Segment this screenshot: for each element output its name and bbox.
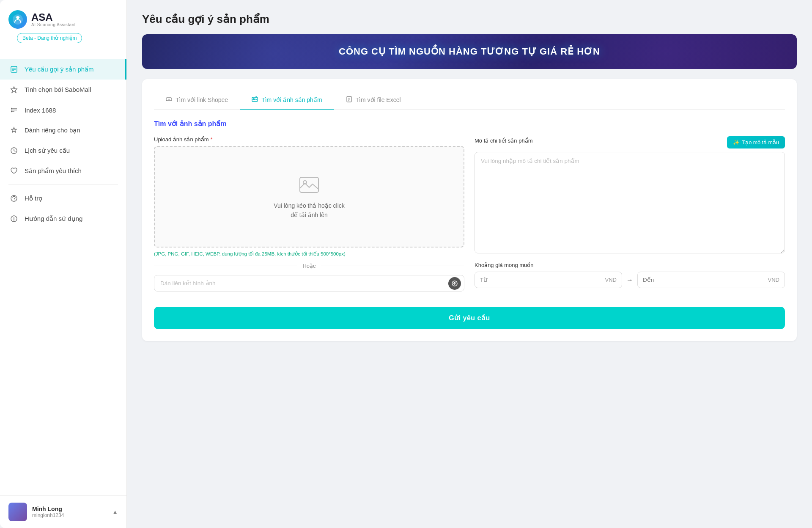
lich-su-icon — [9, 146, 19, 155]
logo-icon — [8, 10, 27, 29]
upload-label: Upload ảnh sản phẩm * — [154, 136, 464, 143]
sidebar-item-lich-su[interactable]: Lịch sử yêu cầu — [0, 140, 126, 161]
main-content: Yêu cầu gợi ý sản phẩm CÔNG CỤ TÌM NGUỒN… — [127, 0, 812, 528]
sidebar-label-lich-su: Lịch sử yêu cầu — [25, 147, 70, 154]
ho-tro-icon — [9, 194, 19, 203]
svg-marker-8 — [11, 87, 17, 93]
tabs: Tìm với link Shopee Tìm với ảnh sản phẩm — [154, 91, 785, 110]
svg-point-19 — [14, 217, 14, 218]
svg-point-3 — [19, 18, 20, 19]
tab-label-anh-san-pham: Tìm với ảnh sản phẩm — [261, 96, 322, 103]
link-shopee-tab-icon — [166, 96, 172, 104]
description-column: Mô tả chi tiết sản phẩm ✨ Tạo mô tả mẫu … — [475, 136, 785, 292]
sidebar-label-tinh-chon: Tinh chọn bởi SaboMall — [25, 86, 91, 94]
sidebar-label-danh-rieng: Dành riêng cho bạn — [25, 126, 80, 134]
tab-link-shopee[interactable]: Tìm với link Shopee — [154, 91, 240, 110]
svg-point-2 — [16, 18, 17, 19]
app-name: ASA — [31, 12, 76, 22]
tab-file-excel[interactable]: Tìm với file Excel — [334, 91, 413, 110]
sidebar-item-san-pham-yeu-thich[interactable]: Sản phẩm yêu thích — [0, 161, 126, 181]
price-to-input[interactable] — [643, 272, 768, 288]
logo-area: ASA AI Sourcing Assistant — [0, 0, 126, 33]
description-textarea[interactable] — [475, 152, 785, 253]
sidebar-label-yeu-thich: Sản phẩm yêu thích — [25, 167, 82, 175]
yeu-thich-icon — [9, 166, 19, 176]
tab-label-file-excel: Tìm với file Excel — [356, 96, 401, 103]
page-title: Yêu cầu gợi ý sản phẩm — [142, 13, 797, 26]
svg-point-17 — [14, 200, 15, 201]
form-row: Upload ảnh sản phẩm * Vui lòng kéo thả h… — [154, 136, 785, 292]
upload-drag-text: Vui lòng kéo thả hoặc click để tải ảnh l… — [274, 201, 345, 220]
url-submit-button[interactable] — [448, 277, 461, 290]
desc-header: Mô tả chi tiết sản phẩm ✨ Tạo mô tả mẫu — [475, 136, 785, 148]
sidebar-label-yeu-cau: Yêu cầu gợi ý sản phẩm — [25, 66, 94, 73]
submit-button[interactable]: Gửi yêu cầu — [154, 307, 785, 329]
url-input-wrapper — [154, 275, 464, 292]
logo-text: ASA AI Sourcing Assistant — [31, 12, 76, 27]
sidebar-nav: Yêu cầu gợi ý sản phẩm Tinh chọn bởi Sab… — [0, 56, 126, 495]
price-from-unit: VND — [605, 277, 617, 283]
beta-badge: Beta - Đang thử nghiệm — [17, 33, 82, 43]
price-label: Khoảng giá mong muốn — [475, 262, 785, 268]
sidebar-item-huong-dan[interactable]: Hướng dẫn sử dụng — [0, 209, 126, 229]
section-title: Tìm với ảnh sản phẩm — [154, 120, 785, 128]
chevron-up-icon[interactable]: ▲ — [112, 509, 118, 515]
tab-anh-san-pham[interactable]: Tìm với ảnh sản phẩm — [240, 91, 334, 110]
url-input[interactable] — [154, 275, 464, 292]
upload-column: Upload ảnh sản phẩm * Vui lòng kéo thả h… — [154, 136, 464, 292]
ai-gen-icon: ✨ — [733, 139, 740, 146]
price-from-wrapper: VND — [475, 272, 622, 288]
yeu-cau-icon — [9, 65, 19, 74]
svg-point-14 — [11, 111, 12, 112]
price-from-input[interactable] — [480, 272, 605, 288]
price-arrow-icon: → — [626, 276, 633, 284]
huong-dan-icon — [9, 214, 19, 223]
desc-label: Mô tả chi tiết sản phẩm — [475, 138, 532, 144]
ai-generate-button[interactable]: ✨ Tạo mô tả mẫu — [727, 136, 785, 148]
sidebar-item-danh-rieng[interactable]: Dành riêng cho bạn — [0, 120, 126, 140]
price-to-wrapper: VND — [637, 272, 785, 288]
anh-san-pham-tab-icon — [252, 96, 258, 104]
sidebar-label-huong-dan: Hướng dẫn sử dụng — [25, 215, 82, 223]
banner-text: CÔNG CỤ TÌM NGUỒN HÀNG TƯƠNG TỰ GIÁ RẺ H… — [339, 46, 600, 57]
sidebar-item-index-1688[interactable]: Index 1688 — [0, 100, 126, 120]
sidebar-label-ho-tro: Hỗ trợ — [25, 195, 42, 202]
sidebar: ASA AI Sourcing Assistant Beta - Đang th… — [0, 0, 127, 528]
user-id: minglonh1234 — [32, 512, 107, 518]
banner: CÔNG CỤ TÌM NGUỒN HÀNG TƯƠNG TỰ GIÁ RẺ H… — [142, 34, 797, 69]
sidebar-item-yeu-cau[interactable]: Yêu cầu gợi ý sản phẩm — [0, 59, 126, 80]
upload-icon — [298, 174, 320, 196]
app-subtitle: AI Sourcing Assistant — [31, 22, 76, 27]
sidebar-label-index-1688: Index 1688 — [25, 107, 56, 114]
user-info: Minh Long minglonh1234 — [32, 506, 107, 518]
danh-rieng-icon — [9, 126, 19, 135]
avatar — [8, 503, 27, 521]
svg-point-13 — [11, 110, 12, 110]
required-star: * — [211, 136, 213, 143]
tab-label-link-shopee: Tìm với link Shopee — [176, 96, 228, 103]
main-card: Tìm với link Shopee Tìm với ảnh sản phẩm — [142, 79, 797, 341]
ai-gen-label: Tạo mô tả mẫu — [742, 139, 779, 146]
user-footer: Minh Long minglonh1234 ▲ — [0, 495, 126, 528]
upload-hint: (JPG, PNG, GIF, HEIC, WEBP, dung lượng t… — [154, 251, 464, 257]
user-name: Minh Long — [32, 506, 107, 512]
sidebar-item-ho-tro[interactable]: Hỗ trợ — [0, 188, 126, 209]
price-to-unit: VND — [768, 277, 779, 283]
index-1688-icon — [9, 105, 19, 115]
upload-area[interactable]: Vui lòng kéo thả hoặc click để tải ảnh l… — [154, 146, 464, 248]
svg-point-12 — [11, 108, 12, 109]
tinh-chon-icon — [9, 85, 19, 94]
sidebar-item-tinh-chon[interactable]: Tinh chọn bởi SaboMall — [0, 80, 126, 100]
price-row: VND → VND — [475, 272, 785, 288]
or-divider: Hoặc — [154, 263, 464, 269]
file-excel-tab-icon — [346, 96, 352, 104]
nav-divider — [8, 184, 118, 185]
